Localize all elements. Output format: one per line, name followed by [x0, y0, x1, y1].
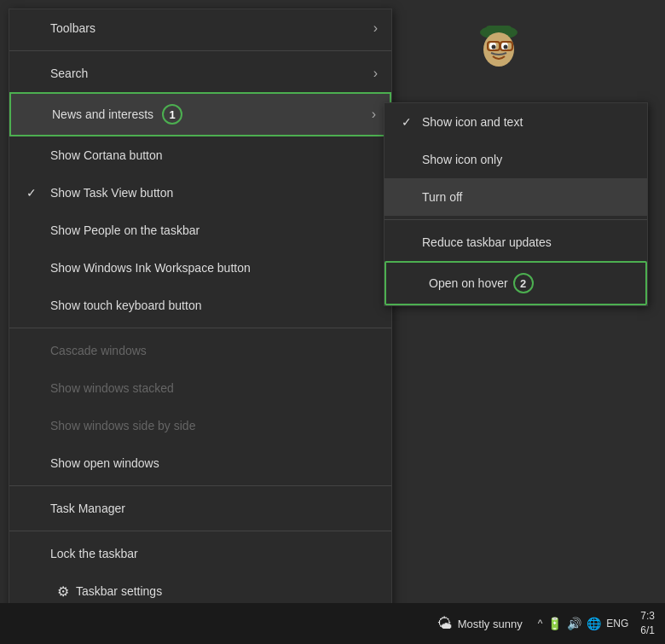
menu-label-cascade: Cascade windows	[50, 344, 147, 357]
menu-label-people: Show People on the taskbar	[50, 223, 200, 237]
menu-item-lock[interactable]: Lock the taskbar	[9, 535, 391, 572]
menu-item-sidebyside: Show windows side by side	[9, 407, 391, 444]
gear-icon: ⚙	[57, 583, 69, 600]
menu-label-taskmanager: Task Manager	[50, 502, 125, 515]
check-openwindows	[26, 456, 47, 470]
menu-item-cascade: Cascade windows	[9, 332, 391, 369]
menu-label-ink: Show Windows Ink Workspace button	[50, 261, 251, 275]
menu-label-news: News and interests	[52, 107, 153, 121]
check-touch	[26, 299, 47, 312]
check-ink	[26, 261, 47, 275]
menu-item-ink[interactable]: Show Windows Ink Workspace button	[9, 249, 391, 287]
menu-item-cortana[interactable]: Show Cortana button	[9, 136, 391, 174]
submenu-item-reduce[interactable]: Reduce taskbar updates	[385, 223, 647, 261]
check-taskmanager	[26, 502, 47, 515]
lang-label[interactable]: ENG	[606, 618, 628, 629]
svg-point-5	[492, 45, 496, 49]
menu-item-touch[interactable]: Show touch keyboard button	[9, 287, 391, 324]
weather-icon: 🌤	[437, 615, 453, 633]
time-display: 7:3	[640, 609, 655, 624]
divider-1	[9, 328, 391, 328]
check-sidebyside	[26, 419, 47, 432]
divider-after-toolbars	[9, 50, 391, 51]
menu-item-people[interactable]: Show People on the taskbar	[9, 212, 391, 249]
menu-label-taskbarsettings: Taskbar settings	[76, 584, 162, 598]
menu-item-toolbars[interactable]: Toolbars ›	[9, 9, 391, 47]
arrow-toolbars: ›	[373, 20, 378, 36]
check-reduce	[402, 235, 422, 249]
menu-label-sidebyside: Show windows side by side	[50, 419, 195, 432]
check-icon-only	[402, 153, 422, 166]
check-icon-text: ✓	[402, 115, 422, 129]
menu-label-lock: Lock the taskbar	[50, 547, 138, 560]
desktop-character	[469, 17, 529, 77]
submenu: ✓ Show icon and text Show icon only Turn…	[384, 102, 648, 306]
menu-item-taskmanager[interactable]: Task Manager	[9, 490, 391, 527]
check-cortana	[26, 148, 47, 162]
step-badge-1: 1	[162, 104, 182, 125]
check-people	[26, 223, 47, 237]
menu-label-cortana: Show Cortana button	[50, 148, 163, 162]
check-hover	[403, 276, 424, 290]
menu-label-openwindows: Show open windows	[50, 456, 159, 470]
arrow-news: ›	[372, 107, 376, 122]
submenu-item-turnoff[interactable]: Turn off	[385, 178, 647, 216]
check-taskview: ✓	[26, 186, 47, 200]
submenu-item-hover[interactable]: Open on hover 2	[385, 261, 647, 305]
taskbar-weather[interactable]: 🌤 Mostly sunny	[427, 615, 533, 633]
taskbar-time[interactable]: 7:3 6/1	[633, 609, 662, 638]
step-badge-2: 2	[513, 273, 534, 293]
submenu-label-icon-text: Show icon and text	[422, 115, 523, 129]
context-menu: Toolbars › Search › News and interests 1…	[9, 9, 392, 611]
date-display: 6/1	[640, 624, 655, 638]
submenu-label-hover: Open on hover	[429, 276, 508, 290]
weather-label: Mostly sunny	[458, 618, 523, 630]
submenu-label-reduce: Reduce taskbar updates	[422, 235, 552, 249]
menu-label-toolbars: Toolbars	[50, 21, 95, 35]
menu-item-search[interactable]: Search ›	[9, 55, 391, 92]
check-stacked	[26, 381, 47, 395]
menu-label-touch: Show touch keyboard button	[50, 299, 201, 312]
check-toolbars	[26, 21, 47, 35]
network-icon[interactable]: 🌐	[587, 617, 601, 630]
menu-item-openwindows[interactable]: Show open windows	[9, 444, 391, 482]
divider-2	[9, 485, 391, 486]
svg-point-6	[504, 45, 508, 49]
check-cascade	[26, 344, 47, 357]
desktop: Toolbars › Search › News and interests 1…	[0, 0, 665, 644]
arrow-search: ›	[373, 66, 378, 81]
submenu-item-icon-text[interactable]: ✓ Show icon and text	[385, 103, 647, 141]
submenu-label-turnoff: Turn off	[422, 190, 462, 204]
menu-label-taskview: Show Task View button	[50, 186, 173, 200]
divider-3	[9, 531, 391, 531]
check-lock	[26, 547, 47, 560]
volume-icon[interactable]: 🔊	[567, 617, 581, 630]
submenu-label-icon-only: Show icon only	[422, 153, 502, 166]
check-turnoff	[402, 190, 422, 204]
menu-label-search: Search	[50, 67, 88, 80]
check-news	[28, 107, 49, 121]
check-taskbarsettings	[26, 584, 47, 598]
menu-item-stacked: Show windows stacked	[9, 369, 391, 407]
menu-item-taskview[interactable]: ✓ Show Task View button	[9, 174, 391, 212]
battery-icon: 🔋	[547, 617, 562, 630]
taskbar-sys-tray[interactable]: ^ 🔋 🔊 🌐 ENG	[533, 617, 634, 630]
chevron-icon[interactable]: ^	[538, 618, 543, 629]
taskbar: 🌤 Mostly sunny ^ 🔋 🔊 🌐 ENG 7:3 6/1	[0, 603, 665, 644]
menu-label-stacked: Show windows stacked	[50, 381, 174, 395]
submenu-divider-1	[385, 219, 647, 220]
check-search	[26, 67, 47, 80]
submenu-item-icon-only[interactable]: Show icon only	[385, 141, 647, 178]
menu-item-news[interactable]: News and interests 1 ›	[9, 92, 391, 136]
